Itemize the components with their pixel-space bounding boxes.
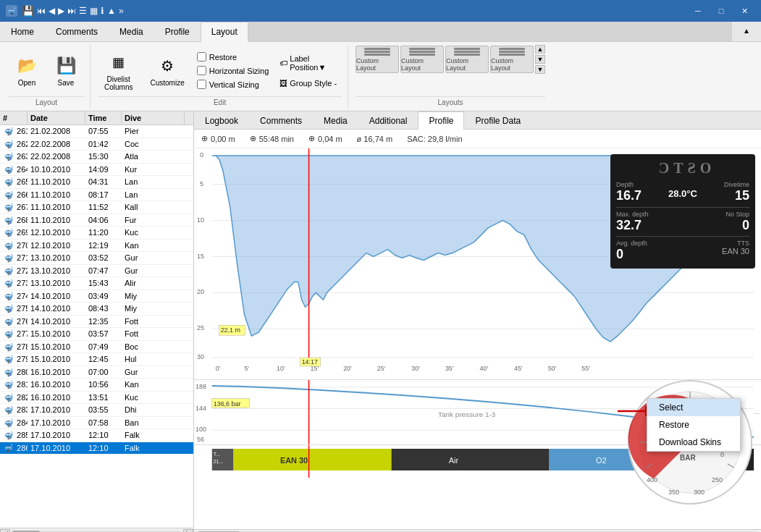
horizontal-sizing-label: Horizontal Sizing (209, 67, 269, 75)
dive-row[interactable]: 🤿 276 14.10.2010 12:35 Fott (0, 316, 193, 329)
col-header-time[interactable]: Time (85, 111, 122, 124)
dive-row[interactable]: 🤿 284 17.10.2010 07:58 Ban (0, 417, 193, 430)
menu-icon[interactable]: ☰ (79, 6, 87, 16)
ribbon-group-layouts: Custom Layout Custom Layout (350, 45, 551, 108)
dive-row[interactable]: 🤿 262 22.02.2008 01:42 Coc (0, 138, 193, 151)
dive-cell-date: 15.10.2010 (28, 353, 85, 365)
layouts-scroll-down[interactable]: ▼ (535, 65, 545, 74)
hscroll-right-btn[interactable]: ▶ (183, 529, 193, 533)
dive-row[interactable]: 🤿 278 15.10.2010 07:49 Boc (0, 341, 193, 354)
dive-icon: 🤿 (3, 127, 14, 136)
close-button[interactable]: ✕ (733, 4, 755, 18)
col-header-dive[interactable]: Dive (122, 111, 185, 124)
nav-next-icon[interactable]: ▶ (58, 6, 64, 16)
dive-row[interactable]: 🤿 269 12.10.2010 11:20 Kuc (0, 227, 193, 240)
horizontal-sizing-input[interactable] (197, 66, 206, 75)
tab-logbook[interactable]: Logbook (194, 111, 249, 130)
dive-list-body[interactable]: 🤿 261 21.02.2008 07:55 Pier 🤿 262 22.02.… (0, 125, 193, 528)
tab-profile-data[interactable]: Profile Data (464, 111, 531, 130)
dive-cell-dive: Kan (122, 379, 193, 390)
tab-comments[interactable]: Comments (45, 22, 109, 42)
dive-cell-date: 12.10.2010 (28, 240, 85, 251)
tab-profile[interactable]: Profile (418, 111, 464, 130)
dive-row[interactable]: 🤿 270 12.10.2010 12:19 Kan (0, 240, 193, 253)
dive-cell-time: 13:51 (85, 392, 122, 403)
layouts-scroll-up[interactable]: ▲ (535, 45, 545, 54)
layout-btn-3[interactable]: Custom Layout (445, 46, 489, 73)
tab-comments[interactable]: Comments (249, 111, 313, 130)
dive-cell-dive: Miy (122, 290, 193, 302)
tab-media[interactable]: Media (109, 22, 154, 42)
dive-row[interactable]: 🤿 266 11.10.2010 08:17 Lan (0, 189, 193, 202)
dive-cell-num: 🤿 272 (0, 265, 28, 277)
dive-row[interactable]: 🤿 263 22.02.2008 15:30 Atla (0, 151, 193, 164)
dive-row[interactable]: 🤿 268 11.10.2010 04:06 Fur (0, 214, 193, 227)
context-menu-select[interactable]: Select (647, 399, 740, 416)
ribbon-group-layout-content: 📂 Open 💾 Save (9, 45, 84, 96)
svg-text:50': 50' (548, 365, 557, 372)
dive-row[interactable]: 🤿 282 16.10.2010 13:51 Kuc (0, 392, 193, 405)
dive-row[interactable]: 🤿 264 10.10.2010 14:09 Kur (0, 164, 193, 177)
layout-btn-1[interactable]: Custom Layout (356, 46, 399, 73)
dive-cell-dive: Alir (122, 277, 193, 289)
dive-row[interactable]: 🤿 280 16.10.2010 07:00 Gur (0, 366, 193, 379)
dive-cell-num: 🤿 267 (0, 201, 28, 214)
dive-row[interactable]: 🤿 283 17.10.2010 03:55 Dhi (0, 404, 193, 417)
layout-btn-2[interactable]: Custom Layout (400, 46, 444, 73)
toolbar-icons: 💾 ⏮ ◀ ▶ ⏭ ☰ ▦ ℹ ▲ » (22, 5, 124, 17)
collapse-ribbon-button[interactable]: ▲ (732, 22, 761, 42)
context-menu-download-skins[interactable]: Download Skins (647, 434, 740, 451)
dive-row[interactable]: 🤿 261 21.02.2008 07:55 Pier (0, 125, 193, 138)
dive-cell-num: 🤿 266 (0, 189, 28, 201)
layout-btn-4[interactable]: Custom Layout (490, 46, 534, 73)
horizontal-sizing-checkbox[interactable]: Horizontal Sizing (195, 64, 271, 77)
col-header-date[interactable]: Date (28, 111, 85, 124)
maximize-button[interactable]: □ (710, 4, 732, 18)
up-icon[interactable]: ▲ (107, 6, 116, 16)
tab-additional[interactable]: Additional (358, 111, 419, 130)
ostc-avgdepth-label: Avg. depth (616, 240, 659, 247)
label-position-button[interactable]: 🏷 LabelPosition▼ (274, 52, 342, 74)
group-style-button[interactable]: 🖼 Group Style - (274, 77, 342, 90)
ostc-avgdepth-value: 0 (616, 247, 659, 263)
tab-layout[interactable]: Layout (201, 22, 248, 42)
quick-save-icon[interactable]: 💾 (22, 5, 34, 17)
dive-row[interactable]: 🤿 272 13.10.2010 07:47 Gur (0, 265, 193, 278)
dive-row[interactable]: 🤿 279 15.10.2010 12:45 Hul (0, 353, 193, 366)
context-menu-restore[interactable]: Restore (647, 416, 740, 434)
restore-checkbox[interactable]: Restore (195, 51, 239, 63)
svg-text:21...: 21... (214, 459, 224, 464)
dive-row[interactable]: 🤿 267 11.10.2010 11:52 Kall (0, 201, 193, 214)
dive-row[interactable]: 🤿 277 15.10.2010 03:57 Fott (0, 328, 193, 341)
dive-row[interactable]: 🤿 275 14.10.2010 08:43 Miy (0, 303, 193, 316)
save-button[interactable]: 💾 Save (48, 51, 84, 90)
dive-row[interactable]: 🤿 281 16.10.2010 10:56 Kan (0, 379, 193, 392)
layouts-scroll-mid[interactable]: ▼ (535, 55, 545, 64)
info-icon[interactable]: ℹ (101, 6, 104, 16)
more-icon[interactable]: » (119, 6, 124, 16)
dive-row[interactable]: 🤿 286 17.10.2010 12:10 Falk (0, 442, 193, 455)
divelist-columns-button[interactable]: ▦ Divelist Columns (98, 47, 139, 95)
dive-row[interactable]: 🤿 285 17.10.2010 12:10 Falk (0, 429, 193, 442)
customize-button[interactable]: ⚙ Customize (143, 51, 190, 90)
nav-end-icon[interactable]: ⏭ (67, 6, 76, 16)
dive-row[interactable]: 🤿 265 11.10.2010 04:31 Lan (0, 176, 193, 189)
dive-row[interactable]: 🤿 271 13.10.2010 03:52 Gur (0, 252, 193, 265)
open-button[interactable]: 📂 Open (9, 51, 45, 90)
dive-row[interactable]: 🤿 274 14.10.2010 03:49 Miy (0, 290, 193, 303)
minimize-button[interactable]: ─ (687, 4, 709, 18)
vertical-sizing-checkbox[interactable]: Vertical Sizing (195, 78, 261, 90)
nav-prev-icon[interactable]: ◀ (49, 6, 55, 16)
tab-home[interactable]: Home (0, 22, 45, 42)
dive-row[interactable]: 🤿 273 13.10.2010 15:43 Alir (0, 277, 193, 290)
col-header-num[interactable]: # (0, 111, 28, 124)
restore-checkbox-input[interactable] (197, 52, 206, 62)
grid-icon[interactable]: ▦ (90, 6, 98, 16)
dive-cell-time: 12:35 (85, 316, 122, 327)
hscroll-left-btn[interactable]: ◀ (0, 529, 10, 533)
vertical-sizing-input[interactable] (197, 80, 206, 89)
tab-profile[interactable]: Profile (154, 22, 201, 42)
ostc-ean-cell: TTS EAN 30 (662, 240, 749, 263)
nav-start-icon[interactable]: ⏮ (37, 6, 46, 16)
tab-media[interactable]: Media (313, 111, 358, 130)
